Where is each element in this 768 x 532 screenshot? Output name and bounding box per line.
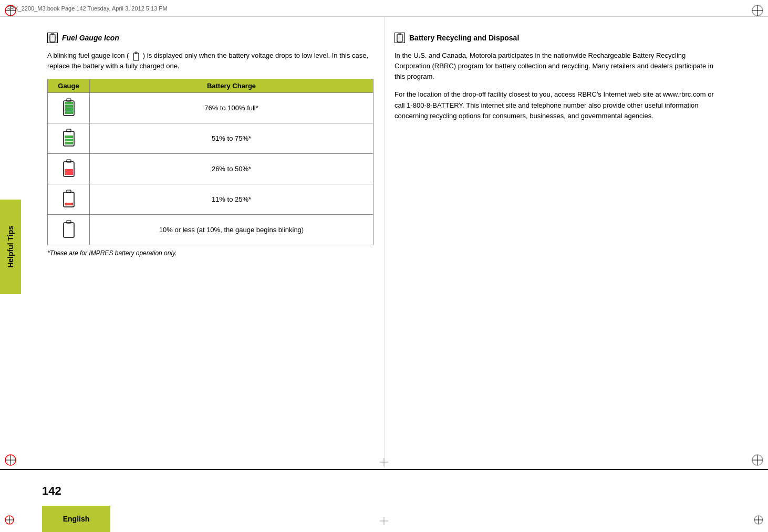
header-bar: SRX_2200_M3.book Page 142 Tuesday, April… — [0, 0, 768, 17]
svg-rect-42 — [397, 34, 402, 42]
table-row: 10% or less (at 10%, the gauge begins bl… — [48, 215, 373, 245]
footer-area: 142 English — [0, 469, 768, 532]
right-section-para2: For the location of the drop-off facilit… — [395, 89, 721, 121]
english-tab: English — [42, 506, 110, 532]
svg-rect-18 — [65, 102, 73, 105]
svg-rect-40 — [64, 223, 74, 237]
right-section-title-row: Battery Recycling and Disposal — [395, 33, 721, 43]
left-section-body: A blinking fuel gauge icon ( ) is displa… — [47, 50, 373, 71]
svg-rect-12 — [50, 34, 55, 42]
table-header-charge: Battery Charge — [90, 79, 373, 93]
table-row: 26% to 50%* — [48, 154, 373, 184]
corner-mark-br — [751, 454, 764, 466]
header-text: SRX_2200_M3.book Page 142 Tuesday, April… — [6, 5, 168, 12]
corner-mark-bl — [4, 454, 17, 466]
left-column: Fuel Gauge Icon A blinking fuel gauge ic… — [47, 33, 373, 453]
right-section-para1: In the U.S. and Canada, Motorola partici… — [395, 50, 721, 82]
side-tab-label: Helpful Tips — [6, 226, 15, 268]
right-section-title: Battery Recycling and Disposal — [409, 34, 519, 42]
right-column: Battery Recycling and Disposal In the U.… — [395, 33, 721, 453]
svg-rect-38 — [65, 200, 73, 202]
left-section-title: Fuel Gauge Icon — [62, 34, 119, 42]
crosshair-bottom-right — [753, 515, 764, 527]
side-tab: Helpful Tips — [0, 200, 21, 294]
svg-rect-30 — [65, 163, 73, 165]
table-footnote: *These are for IMPRES battery operation … — [47, 249, 373, 257]
table-row: 76% to 100% full* — [48, 93, 373, 123]
battery-gauge-icon-full — [48, 93, 90, 123]
table-cell-charge-3: 26% to 50%* — [90, 154, 373, 184]
svg-rect-25 — [65, 135, 73, 138]
svg-rect-32 — [65, 169, 73, 172]
table-header-gauge: Gauge — [48, 79, 90, 93]
crosshair-content-bottom — [380, 458, 388, 468]
table-cell-charge-4: 11% to 25%* — [90, 184, 373, 215]
main-content: Fuel Gauge Icon A blinking fuel gauge ic… — [26, 17, 742, 469]
battery-gauge-icon-75 — [48, 123, 90, 154]
crosshair-bottom-left — [4, 515, 15, 527]
fuel-gauge-icon — [47, 33, 58, 43]
svg-rect-21 — [65, 111, 73, 114]
table-cell-charge-5: 10% or less (at 10%, the gauge begins bl… — [90, 215, 373, 245]
svg-rect-19 — [65, 105, 73, 108]
battery-table: Gauge Battery Charge — [47, 79, 373, 245]
svg-rect-26 — [65, 139, 73, 141]
page-number: 142 — [42, 484, 61, 498]
svg-rect-33 — [65, 172, 73, 175]
battery-gauge-icon-50 — [48, 154, 90, 184]
table-cell-charge-1: 76% to 100% full* — [90, 93, 373, 123]
svg-rect-14 — [133, 53, 139, 60]
svg-rect-27 — [65, 142, 73, 144]
svg-rect-31 — [65, 166, 73, 169]
svg-rect-20 — [65, 108, 73, 111]
table-row: 51% to 75%* — [48, 123, 373, 154]
table-cell-charge-2: 51% to 75%* — [90, 123, 373, 154]
svg-rect-24 — [65, 132, 73, 135]
crosshair-bottom-center — [380, 517, 388, 527]
battery-recycle-icon — [395, 33, 405, 43]
svg-rect-36 — [65, 193, 73, 196]
svg-rect-39 — [65, 203, 73, 205]
svg-rect-37 — [65, 196, 73, 199]
table-row: 11% to 25%* — [48, 184, 373, 215]
battery-gauge-icon-10 — [48, 215, 90, 245]
english-tab-label: English — [63, 515, 90, 523]
left-section-title-row: Fuel Gauge Icon — [47, 33, 373, 43]
battery-gauge-icon-25 — [48, 184, 90, 215]
